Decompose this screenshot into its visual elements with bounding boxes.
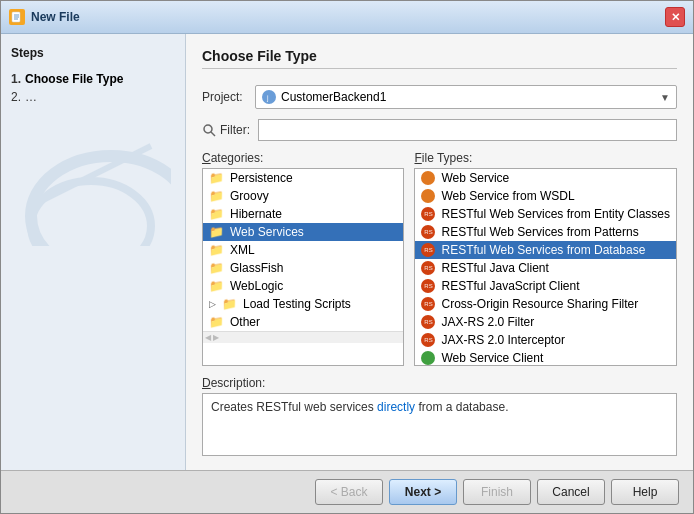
ws-rest-icon: RS [421, 315, 435, 329]
sidebar-watermark [11, 126, 175, 246]
ws-icon [421, 189, 435, 203]
sidebar-title: Steps [11, 46, 175, 60]
dropdown-arrow-icon: ▼ [660, 92, 670, 103]
list-item[interactable]: RS RESTful Web Services from Entity Clas… [415, 205, 676, 223]
cancel-button[interactable]: Cancel [537, 479, 605, 505]
dialog-title: New File [31, 10, 80, 24]
svg-point-9 [204, 125, 212, 133]
ws-rest-icon: RS [421, 297, 435, 311]
file-types-label: File Types: [414, 151, 677, 165]
list-item[interactable]: 📁 WebLogic [203, 277, 403, 295]
list-item[interactable]: RS RESTful Java Client [415, 259, 676, 277]
sidebar: Steps 1. Choose File Type 2. … [1, 34, 186, 470]
file-types-list[interactable]: Web Service Web Service from WSDL RS RES… [414, 168, 677, 366]
folder-icon: 📁 [209, 243, 224, 257]
list-item[interactable]: Web Service from WSDL [415, 187, 676, 205]
back-button[interactable]: < Back [315, 479, 383, 505]
project-dropdown[interactable]: j CustomerBackend1 ▼ [255, 85, 677, 109]
list-item[interactable]: 📁 Persistence [203, 169, 403, 187]
project-label: Project: [202, 90, 247, 104]
list-item[interactable]: RS RESTful Web Services from Patterns [415, 223, 676, 241]
section-title: Choose File Type [202, 48, 677, 69]
list-item[interactable]: 📁 Groovy [203, 187, 403, 205]
folder-icon: 📁 [209, 261, 224, 275]
lists-row: Categories: 📁 Persistence 📁 Groovy 📁 [202, 151, 677, 366]
list-item[interactable]: 📁 XML [203, 241, 403, 259]
list-item[interactable]: RS RESTful JavaScript Client [415, 277, 676, 295]
desc-text-2: from a database. [415, 400, 508, 414]
horizontal-scrollbar[interactable]: ◀ ▶ [203, 331, 403, 343]
file-types-panel: File Types: Web Service Web Service from… [414, 151, 677, 366]
desc-text-1: Creates RESTful web services [211, 400, 377, 414]
list-item[interactable]: 📁 Other [203, 313, 403, 331]
filter-row: Filter: [202, 119, 677, 141]
categories-panel: Categories: 📁 Persistence 📁 Groovy 📁 [202, 151, 404, 366]
search-icon [202, 123, 216, 137]
svg-point-5 [31, 181, 151, 246]
list-item[interactable]: RS JAX-RS 2.0 Filter [415, 313, 676, 331]
list-item[interactable]: 📁 GlassFish [203, 259, 403, 277]
list-item[interactable]: Web Service [415, 169, 676, 187]
ws-rest-icon: RS [421, 225, 435, 239]
ws-rest-icon: RS [421, 243, 435, 257]
new-file-dialog: New File ✕ Steps 1. Choose File Type 2. … [0, 0, 694, 514]
dialog-icon [9, 9, 25, 25]
filter-input[interactable] [258, 119, 677, 141]
folder-icon: 📁 [222, 297, 237, 311]
title-bar: New File ✕ [1, 1, 693, 34]
folder-icon: 📁 [209, 315, 224, 329]
project-icon: j [262, 90, 276, 104]
description-box: Creates RESTful web services directly fr… [202, 393, 677, 456]
folder-icon: 📁 [209, 225, 224, 239]
folder-icon: 📁 [209, 171, 224, 185]
help-button[interactable]: Help [611, 479, 679, 505]
list-item[interactable]: ▷ 📁 Load Testing Scripts [203, 295, 403, 313]
filter-label: Filter: [202, 123, 250, 137]
description-label: Description: [202, 376, 677, 390]
close-button[interactable]: ✕ [665, 7, 685, 27]
project-row: Project: j CustomerBackend1 ▼ [202, 85, 677, 109]
desc-link-directly[interactable]: directly [377, 400, 415, 414]
list-item[interactable]: RS Cross-Origin Resource Sharing Filter [415, 295, 676, 313]
categories-list[interactable]: 📁 Persistence 📁 Groovy 📁 Hibernate [202, 168, 404, 366]
steps-list: 1. Choose File Type 2. … [11, 70, 175, 106]
expand-icon: ▷ [209, 299, 216, 309]
folder-icon: 📁 [209, 207, 224, 221]
next-button[interactable]: Next > [389, 479, 457, 505]
step-1: 1. Choose File Type [11, 70, 175, 88]
ws-rest-icon: RS [421, 261, 435, 275]
list-item-web-services[interactable]: 📁 Web Services [203, 223, 403, 241]
svg-line-10 [211, 132, 215, 136]
ws-rest-icon: RS [421, 333, 435, 347]
step-2: 2. … [11, 88, 175, 106]
ws-rest-icon: RS [421, 279, 435, 293]
ws-client-icon [421, 351, 435, 365]
ws-icon [421, 171, 435, 185]
folder-icon: 📁 [209, 279, 224, 293]
svg-text:j: j [266, 94, 269, 102]
list-item[interactable]: Web Service Client [415, 349, 676, 366]
main-content: Choose File Type Project: j CustomerBack… [186, 34, 693, 470]
list-item-restful-db[interactable]: RS RESTful Web Services from Database [415, 241, 676, 259]
project-value: CustomerBackend1 [281, 90, 386, 104]
list-item[interactable]: 📁 Hibernate [203, 205, 403, 223]
button-bar: < Back Next > Finish Cancel Help [1, 470, 693, 513]
description-section: Description: Creates RESTful web service… [202, 376, 677, 456]
title-bar-left: New File [9, 9, 80, 25]
ws-rest-icon: RS [421, 207, 435, 221]
categories-label: Categories: [202, 151, 404, 165]
finish-button[interactable]: Finish [463, 479, 531, 505]
dialog-body: Steps 1. Choose File Type 2. … [1, 34, 693, 470]
folder-icon: 📁 [209, 189, 224, 203]
list-item[interactable]: RS JAX-RS 2.0 Interceptor [415, 331, 676, 349]
